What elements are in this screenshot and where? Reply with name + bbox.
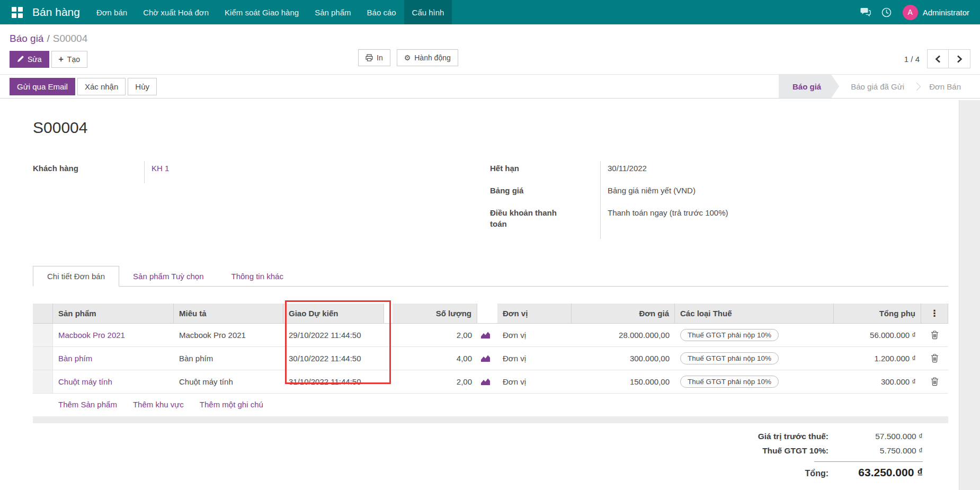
send-email-button[interactable]: Gửi qua Email (10, 78, 75, 95)
user-menu[interactable]: A Administrator (903, 5, 969, 20)
gear-icon: ⚙ (404, 54, 411, 61)
pager-counter: 1 / 4 (904, 55, 920, 64)
app-brand[interactable]: Bán hàng (29, 0, 88, 24)
pricelist-label: Bảng giá (490, 183, 600, 206)
add-note-link[interactable]: Thêm một ghi chú (200, 400, 263, 409)
create-button[interactable]: + Tạo (51, 51, 87, 68)
control-panel-buttons: Sửa + Tạo In ⚙ Hành động (0, 49, 980, 69)
add-section-link[interactable]: Thêm khu vực (133, 400, 184, 409)
header-spacer (384, 304, 393, 323)
plus-icon: + (59, 55, 64, 64)
table-row: Bàn phím Bàn phím 30/10/2022 11:44:50 4,… (33, 347, 948, 370)
tab-other-info[interactable]: Thông tin khác (217, 266, 297, 286)
nav-item-don-ban[interactable]: Đơn bán (88, 0, 135, 24)
delete-cell (921, 347, 948, 370)
pager-next-button[interactable] (949, 49, 970, 68)
forecast-chart-icon[interactable] (480, 331, 491, 339)
payment-terms-value: Thanh toán ngay (trả trước 100%) (600, 206, 948, 239)
header-quantity[interactable]: Số lượng (393, 304, 477, 323)
tab-order-lines[interactable]: Chi tiết Đơn bán (33, 266, 119, 287)
tax-amount-row: Thuế GTGT 10%: 5.750.000 ₫ (762, 446, 923, 456)
trash-icon[interactable] (931, 354, 939, 363)
breadcrumb-parent-link[interactable]: Báo giá (10, 33, 43, 44)
activities-clock-icon[interactable] (881, 7, 892, 17)
apps-menu-button[interactable] (5, 0, 29, 24)
pencil-icon (17, 56, 24, 63)
subtotal-cell: 1.200.000 ₫ (834, 347, 921, 370)
breadcrumb: Báo giá/S00004 (0, 24, 980, 44)
messages-icon[interactable] (860, 7, 871, 17)
status-step-bao-gia-da-gui[interactable]: Báo giá đã Gửi (839, 75, 916, 98)
expiration-value: 30/11/2022 (600, 161, 948, 183)
header-scheduled-date[interactable]: Giao Dự kiến (283, 304, 384, 323)
add-product-link[interactable]: Thêm Sản phẩm (58, 400, 117, 409)
confirm-button[interactable]: Xác nhận (77, 78, 126, 95)
untaxed-amount-value: 57.500.000 ₫ (828, 432, 923, 441)
taxes-cell: Thuế GTGT phải nộp 10% (675, 324, 834, 346)
status-step-bao-gia[interactable]: Báo giá (779, 75, 839, 98)
trash-icon[interactable] (931, 377, 939, 386)
pricelist-value: Bảng giá niêm yết (VND) (600, 183, 948, 206)
nav-item-bao-cao[interactable]: Báo cáo (359, 0, 404, 24)
product-link[interactable]: Chuột máy tính (53, 370, 174, 393)
uom-cell: Đơn vị (497, 324, 572, 346)
kebab-icon[interactable]: ⋮ (930, 308, 939, 319)
header-subtotal[interactable]: Tổng phụ (834, 304, 921, 323)
table-row: Macbook Pro 2021 Macbook Pro 2021 29/10/… (33, 324, 948, 347)
edit-button[interactable]: Sửa (10, 51, 49, 68)
tab-optional-products[interactable]: Sản phẩm Tuỳ chọn (119, 266, 217, 286)
unit-price-cell: 28.000.000,00 (572, 324, 675, 346)
top-navbar: Bán hàng Đơn bán Chờ xuất Hoá đơn Kiểm s… (0, 0, 980, 24)
action-button[interactable]: ⚙ Hành động (397, 49, 458, 66)
forecast-chart-icon[interactable] (480, 378, 491, 386)
header-product[interactable]: Sản phẩm (53, 304, 174, 323)
chevron-right-icon (957, 55, 963, 63)
pager-previous-button[interactable] (927, 49, 949, 68)
header-taxes[interactable]: Các loại Thuế (675, 304, 834, 323)
table-footer-links: Thêm Sản phẩm Thêm khu vực Thêm một ghi … (33, 394, 948, 416)
spacer-cell (384, 347, 393, 370)
header-options[interactable]: ⋮ (921, 304, 948, 323)
forecast-chart-icon[interactable] (480, 354, 491, 362)
scheduled-date-cell: 30/10/2022 11:44:50 (283, 347, 384, 370)
tax-tag: Thuế GTGT phải nộp 10% (680, 352, 779, 364)
customer-value-link[interactable]: KH 1 (144, 161, 490, 183)
tax-tag: Thuế GTGT phải nộp 10% (680, 329, 779, 341)
nav-item-kiem-soat-giao-hang[interactable]: Kiểm soát Giao hàng (217, 0, 307, 24)
print-button[interactable]: In (358, 49, 390, 66)
scheduled-date-cell: 31/10/2022 11:44:50 (283, 370, 384, 393)
row-handle[interactable] (33, 370, 53, 393)
fields-right-group: Hết hạn 30/11/2022 Bảng giá Bảng giá niê… (490, 161, 948, 239)
scrollbar-gutter[interactable] (959, 100, 980, 490)
table-header-row: Sản phẩm Miêu tả Giao Dự kiến Số lượng Đ… (33, 304, 948, 324)
forecast-cell (477, 347, 497, 370)
tax-tag: Thuế GTGT phải nộp 10% (680, 376, 779, 388)
row-handle[interactable] (33, 347, 53, 370)
nav-item-cau-hinh[interactable]: Cấu hình (404, 0, 452, 24)
uom-cell: Đơn vị (497, 347, 572, 370)
subtotal-cell: 56.000.000 ₫ (834, 324, 921, 346)
forecast-cell (477, 324, 497, 346)
nav-item-cho-xuat-hoa-don[interactable]: Chờ xuất Hoá đơn (135, 0, 217, 24)
document-title: S00004 (33, 119, 948, 137)
product-link[interactable]: Bàn phím (53, 347, 174, 370)
header-unit-price[interactable]: Đơn giá (572, 304, 675, 323)
subtotal-cell: 300.000 ₫ (834, 370, 921, 393)
unit-price-cell: 150.000,00 (572, 370, 675, 393)
cancel-button[interactable]: Hủy (128, 78, 157, 95)
header-description[interactable]: Miêu tả (174, 304, 283, 323)
nav-item-san-pham[interactable]: Sản phẩm (307, 0, 359, 24)
quantity-cell: 2,00 (393, 324, 477, 346)
breadcrumb-separator: / (43, 33, 52, 44)
header-uom[interactable]: Đơn vị (497, 304, 572, 323)
spacer-cell (384, 370, 393, 393)
row-handle[interactable] (33, 324, 53, 346)
product-link[interactable]: Macbook Pro 2021 (53, 324, 174, 346)
taxes-cell: Thuế GTGT phải nộp 10% (675, 370, 834, 393)
status-step-don-ban[interactable]: Đơn Bán (917, 75, 973, 98)
pager: 1 / 4 (904, 49, 970, 68)
delete-cell (921, 370, 948, 393)
customer-label: Khách hàng (33, 161, 144, 183)
trash-icon[interactable] (931, 331, 939, 340)
quantity-cell: 2,00 (393, 370, 477, 393)
